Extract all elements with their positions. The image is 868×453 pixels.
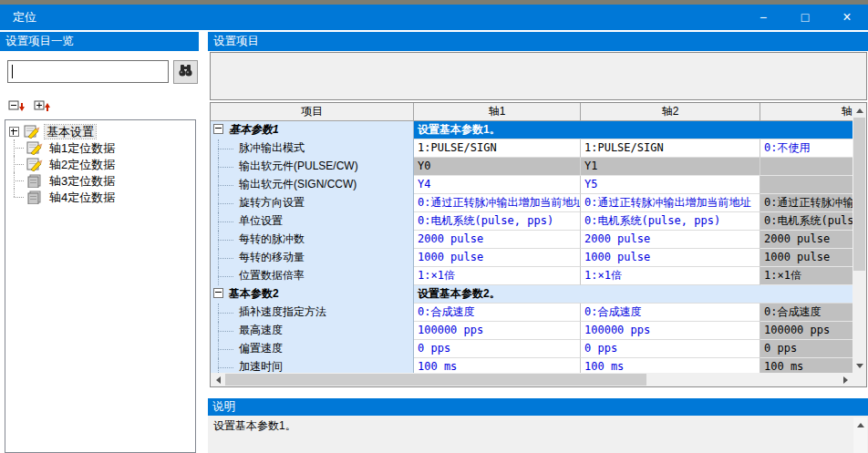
value-cell-axis1[interactable]: 1:PULSE/SIGN xyxy=(414,139,581,158)
value-cell-axis2[interactable]: Y1 xyxy=(581,158,760,176)
value-cell-axis3[interactable]: 0:不使用 xyxy=(760,139,852,158)
description-text: 设置基本参数1。 xyxy=(208,416,868,453)
value-cell-axis2[interactable]: 100 ms xyxy=(581,358,760,373)
value-cell-axis3[interactable]: 1000 pulse xyxy=(760,249,852,267)
description-scrollbar[interactable] xyxy=(853,417,867,453)
dialog-title: 定位 xyxy=(13,5,36,30)
value-cell-axis2[interactable]: 0:电机系统(pulse, pps) xyxy=(581,212,760,231)
param-item-cell[interactable]: 偏置速度 xyxy=(211,340,414,358)
param-item-cell[interactable]: 最高速度 xyxy=(211,322,414,340)
expand-icon[interactable] xyxy=(9,127,19,137)
edit-item-icon xyxy=(24,125,41,139)
column-header-item[interactable]: 项目 xyxy=(211,103,414,121)
search-input[interactable] xyxy=(8,61,168,82)
param-item-cell[interactable]: 脉冲输出模式 xyxy=(211,139,414,158)
grid-header-row: 项目轴1轴2轴3 xyxy=(211,103,852,121)
value-cell-axis3[interactable]: 0:通过正转脉冲输出增加当前地址 xyxy=(760,194,852,212)
value-cell-axis2[interactable]: 0:合成速度 xyxy=(581,304,760,322)
binoculars-search-icon xyxy=(178,64,193,81)
value-cell-axis3[interactable]: 2000 pulse xyxy=(760,231,852,249)
param-item-cell[interactable]: 加速时间 xyxy=(211,358,414,373)
expand-all-icon[interactable] xyxy=(34,100,51,115)
tree-item[interactable]: 轴4定位数据 xyxy=(5,189,195,205)
column-header-axis2[interactable]: 轴2 xyxy=(581,103,760,121)
collapse-icon[interactable] xyxy=(213,124,223,134)
column-header-axis3[interactable]: 轴3 xyxy=(760,103,852,121)
scroll-right-button[interactable] xyxy=(838,373,852,386)
value-cell-axis3[interactable]: 1:×1倍 xyxy=(760,267,852,285)
value-cell-axis1[interactable]: 100 ms xyxy=(414,358,581,373)
value-cell-axis3[interactable]: 0:合成速度 xyxy=(760,304,852,322)
param-item-cell[interactable]: 输出软元件(PULSE/CW) xyxy=(211,158,414,176)
param-label: 插补速度指定方法 xyxy=(239,305,326,318)
param-item-cell[interactable]: 每转的脉冲数 xyxy=(211,231,414,249)
value-cell-axis2[interactable]: 100000 pps xyxy=(581,322,760,340)
scroll-left-button[interactable] xyxy=(211,373,225,386)
param-item-cell[interactable]: 位置数据倍率 xyxy=(211,267,414,285)
tree-item[interactable]: 轴1定位数据 xyxy=(5,139,195,156)
tree-item-label: 基本设置 xyxy=(45,125,96,139)
value-cell-axis2[interactable]: 1:PULSE/SIGN xyxy=(581,139,760,158)
value-cell-axis1[interactable]: 0:合成速度 xyxy=(414,304,581,322)
value-cell-axis1[interactable]: 2000 pulse xyxy=(414,231,581,249)
param-item-cell[interactable]: 输出软元件(SIGN/CCW) xyxy=(211,176,414,194)
group-description-cell[interactable]: 设置基本参数2。 xyxy=(414,285,852,304)
search-field-wrap xyxy=(7,60,169,83)
value-cell-axis2[interactable]: 1000 pulse xyxy=(581,249,760,267)
value-cell-axis2[interactable]: 0 pps xyxy=(581,340,760,358)
param-label: 最高速度 xyxy=(239,324,283,336)
value-cell-axis3[interactable]: 0:电机系统(pulse, pps) xyxy=(760,212,852,231)
param-item-cell[interactable]: 旋转方向设置 xyxy=(211,194,414,212)
value-cell-axis3[interactable] xyxy=(760,176,852,194)
table-row: 每转的移动量1000 pulse1000 pulse1000 pulse xyxy=(211,249,852,267)
value-cell-axis1[interactable]: Y0 xyxy=(414,158,581,176)
value-cell-axis3[interactable]: 100 ms xyxy=(760,358,852,373)
param-label: 单位设置 xyxy=(239,214,283,227)
settings-tree: 基本设置轴1定位数据轴2定位数据轴3定位数据轴4定位数据 xyxy=(5,119,196,453)
value-cell-axis1[interactable]: 0:通过正转脉冲输出增加当前地址 xyxy=(414,194,581,212)
value-cell-axis3[interactable] xyxy=(760,158,852,176)
scroll-up-button[interactable] xyxy=(852,103,866,118)
horizontal-scrollbar[interactable] xyxy=(211,373,852,386)
scroll-down-button[interactable] xyxy=(852,358,866,373)
value-cell-axis3[interactable]: 0 pps xyxy=(760,340,852,358)
tree-item[interactable]: 基本设置 xyxy=(5,123,195,139)
horizontal-scroll-thumb[interactable] xyxy=(225,374,646,386)
value-cell-axis1[interactable]: 0:电机系统(pulse, pps) xyxy=(414,212,581,231)
group-description-cell[interactable]: 设置基本参数1。 xyxy=(414,121,852,139)
group-item-cell[interactable]: 基本参数1 xyxy=(211,121,414,139)
param-item-cell[interactable]: 单位设置 xyxy=(211,212,414,231)
left-panel-header: 设置项目一览 xyxy=(0,32,199,51)
param-item-cell[interactable]: 每转的移动量 xyxy=(211,249,414,267)
group-item-cell[interactable]: 基本参数2 xyxy=(211,285,414,304)
close-button[interactable]: × xyxy=(826,5,868,30)
value-cell-axis1[interactable]: 0 pps xyxy=(414,340,581,358)
vertical-scrollbar[interactable] xyxy=(852,103,866,373)
value-cell-axis2[interactable]: 0:通过正转脉冲输出增加当前地址 xyxy=(581,194,760,212)
tree-item-label: 轴2定位数据 xyxy=(47,158,117,171)
collapse-icon[interactable] xyxy=(213,288,223,298)
maximize-button[interactable]: □ xyxy=(784,5,826,30)
value-cell-axis1[interactable]: 100000 pps xyxy=(414,322,581,340)
value-cell-axis1[interactable]: Y4 xyxy=(414,176,581,194)
dialog-titlebar: 定位 − □ × xyxy=(0,5,868,30)
minimize-button[interactable]: − xyxy=(742,5,784,30)
settings-toolbar-box xyxy=(210,52,867,100)
tree-item[interactable]: 轴2定位数据 xyxy=(5,156,195,172)
collapse-all-icon[interactable] xyxy=(8,100,26,115)
column-header-axis1[interactable]: 轴1 xyxy=(414,103,581,121)
tree-item[interactable]: 轴3定位数据 xyxy=(5,172,195,189)
up-arrow-icon xyxy=(856,108,863,113)
search-button[interactable] xyxy=(173,60,198,84)
param-item-cell[interactable]: 插补速度指定方法 xyxy=(211,304,414,322)
table-row: 基本参数1设置基本参数1。 xyxy=(211,121,852,139)
value-cell-axis3[interactable]: 100000 pps xyxy=(760,322,852,340)
value-cell-axis1[interactable]: 1:×1倍 xyxy=(414,267,581,285)
value-cell-axis2[interactable]: 2000 pulse xyxy=(581,231,760,249)
scroll-up-button[interactable] xyxy=(853,417,867,432)
value-cell-axis2[interactable]: 1:×1倍 xyxy=(581,267,760,285)
vertical-scroll-thumb[interactable] xyxy=(853,118,865,271)
value-cell-axis1[interactable]: 1000 pulse xyxy=(414,249,581,267)
left-arrow-icon xyxy=(216,376,221,384)
value-cell-axis2[interactable]: Y5 xyxy=(581,176,760,194)
